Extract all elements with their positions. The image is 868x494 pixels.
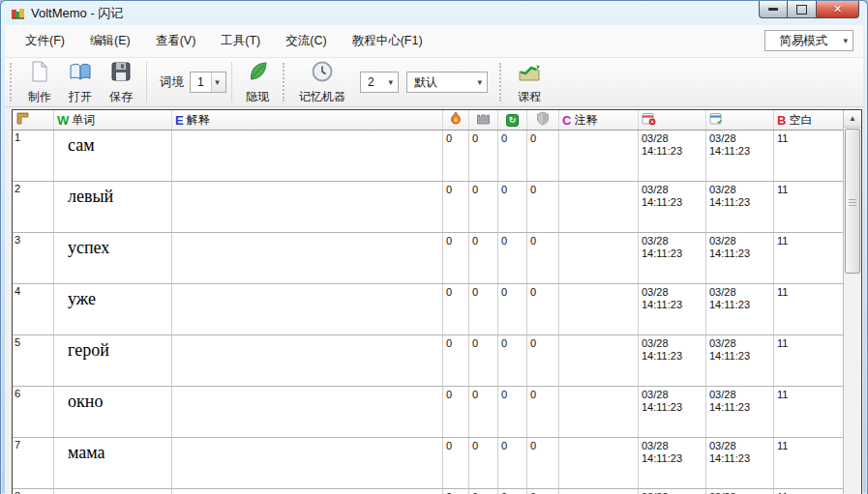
flame-count-cell[interactable]: 0 [443, 131, 469, 181]
shield-count-cell[interactable]: 0 [527, 182, 559, 232]
row-number-cell[interactable]: 4 [13, 284, 54, 334]
flame-count-cell[interactable]: 0 [443, 284, 469, 334]
minimize-button[interactable] [759, 1, 788, 18]
flame-count-cell[interactable]: 0 [443, 489, 469, 494]
note-cell[interactable] [559, 182, 639, 232]
memory-machine-button[interactable]: 记忆机器 [292, 59, 352, 105]
flame-count-cell[interactable]: 0 [443, 335, 469, 386]
menu-file[interactable]: 文件(F) [13, 25, 77, 57]
col-word-header[interactable]: W 单词 [54, 110, 172, 130]
explanation-cell[interactable] [172, 284, 443, 334]
date1-cell[interactable]: 03/28 14:11:23 [639, 438, 706, 488]
date1-cell[interactable]: 03/28 14:11:23 [639, 233, 706, 283]
castle-count-cell[interactable]: 0 [469, 335, 498, 386]
memory-level-combobox[interactable]: 2 ▾ [360, 72, 399, 93]
shield-count-cell[interactable]: 0 [527, 387, 559, 437]
open-button[interactable]: 打开 [60, 59, 101, 105]
blank-cell[interactable]: 11 [774, 335, 843, 386]
sync-count-cell[interactable]: 0 [498, 387, 527, 437]
flame-count-cell[interactable]: 0 [443, 233, 469, 283]
shield-count-cell[interactable]: 0 [527, 233, 559, 283]
table-row[interactable]: 5 герой 0 0 0 0 03/28 14:11:23 03/28 14:… [13, 335, 843, 387]
word-cell[interactable]: окно [54, 387, 172, 437]
date2-cell[interactable]: 03/28 14:11:23 [706, 182, 774, 232]
date1-cell[interactable]: 03/28 14:11:23 [639, 284, 706, 334]
hide-button[interactable]: 隐现 [237, 59, 278, 105]
word-cell[interactable]: левый [54, 182, 172, 232]
date2-cell[interactable]: 03/28 14:11:23 [706, 233, 774, 283]
explanation-cell[interactable] [172, 131, 443, 181]
shield-count-cell[interactable]: 0 [527, 131, 559, 181]
word-context-dropdown[interactable]: ▾ [211, 73, 225, 92]
flame-count-cell[interactable]: 0 [443, 182, 469, 232]
menu-community[interactable]: 交流(C) [273, 25, 339, 57]
col-note-header[interactable]: C 注释 [559, 110, 639, 130]
table-row[interactable]: 1 сам 0 0 0 0 03/28 14:11:23 03/28 14:11… [13, 131, 843, 182]
word-cell[interactable]: работа [54, 489, 172, 494]
flame-count-cell[interactable]: 0 [443, 387, 469, 437]
note-cell[interactable] [559, 131, 639, 181]
date1-cell[interactable]: 03/28 14:11:23 [639, 131, 706, 181]
word-cell[interactable]: мама [54, 438, 172, 488]
word-cell[interactable]: уже [54, 284, 172, 334]
word-cell[interactable]: успех [54, 233, 172, 283]
table-row[interactable]: 2 левый 0 0 0 0 03/28 14:11:23 03/28 14:… [13, 182, 843, 233]
castle-count-cell[interactable]: 0 [469, 438, 498, 488]
note-cell[interactable] [559, 233, 639, 283]
note-cell[interactable] [559, 387, 639, 437]
table-row[interactable]: 4 уже 0 0 0 0 03/28 14:11:23 03/28 14:11… [13, 284, 843, 335]
shield-count-cell[interactable]: 0 [527, 489, 559, 494]
row-number-cell[interactable]: 8 [13, 489, 54, 494]
course-button[interactable]: 课程 [509, 59, 550, 105]
blank-cell[interactable]: 11 [774, 182, 843, 232]
scroll-up-button[interactable]: ▲ [844, 110, 861, 128]
castle-count-cell[interactable]: 0 [469, 131, 498, 181]
date2-cell[interactable]: 03/28 14:11:23 [706, 489, 774, 494]
blank-cell[interactable]: 11 [774, 438, 843, 488]
sync-count-cell[interactable]: 0 [498, 233, 527, 283]
app-icon[interactable] [11, 6, 26, 21]
word-cell[interactable]: герой [54, 335, 172, 386]
sync-count-cell[interactable]: 0 [498, 438, 527, 488]
col-sync-header[interactable]: ↻ [498, 110, 527, 130]
col-index-header[interactable] [13, 110, 54, 130]
date1-cell[interactable]: 03/28 14:11:23 [639, 335, 706, 386]
blank-cell[interactable]: 11 [774, 387, 843, 437]
word-cell[interactable]: сам [54, 131, 172, 181]
note-cell[interactable] [559, 284, 639, 334]
note-cell[interactable] [559, 335, 639, 386]
castle-count-cell[interactable]: 0 [469, 182, 498, 232]
blank-cell[interactable]: 11 [774, 233, 843, 283]
make-button[interactable]: 制作 [19, 59, 60, 105]
explanation-cell[interactable] [172, 233, 443, 283]
mode-select[interactable]: 简易模式 ▾ [764, 30, 853, 51]
note-cell[interactable] [559, 438, 639, 488]
castle-count-cell[interactable]: 0 [469, 284, 498, 334]
row-number-cell[interactable]: 7 [13, 438, 54, 488]
row-number-cell[interactable]: 3 [13, 233, 54, 283]
vertical-scrollbar[interactable]: ▲ [843, 110, 861, 494]
row-number-cell[interactable]: 6 [13, 387, 54, 437]
menu-view[interactable]: 查看(V) [143, 25, 209, 57]
table-row[interactable]: 6 окно 0 0 0 0 03/28 14:11:23 03/28 14:1… [13, 387, 843, 438]
sync-count-cell[interactable]: 0 [498, 489, 527, 494]
sync-count-cell[interactable]: 0 [498, 182, 527, 232]
date1-cell[interactable]: 03/28 14:11:23 [639, 387, 706, 437]
close-button[interactable]: ✕ [817, 1, 859, 18]
col-date1-header[interactable] [639, 110, 706, 130]
date2-cell[interactable]: 03/28 14:11:23 [706, 387, 774, 437]
blank-cell[interactable]: 11 [774, 489, 843, 494]
blank-cell[interactable]: 11 [774, 284, 843, 334]
castle-count-cell[interactable]: 0 [469, 387, 498, 437]
flame-count-cell[interactable]: 0 [443, 438, 469, 488]
col-explain-header[interactable]: E 解释 [172, 110, 443, 130]
menu-edit[interactable]: 编辑(E) [77, 25, 143, 57]
row-number-cell[interactable]: 2 [13, 182, 54, 232]
date2-cell[interactable]: 03/28 14:11:23 [706, 438, 774, 488]
sync-count-cell[interactable]: 0 [498, 284, 527, 334]
date1-cell[interactable]: 03/28 14:11:23 [639, 489, 706, 494]
blank-cell[interactable]: 11 [774, 131, 843, 181]
maximize-button[interactable] [788, 1, 817, 18]
scrollbar-thumb[interactable] [845, 129, 860, 274]
menu-tools[interactable]: 工具(T) [208, 25, 273, 57]
